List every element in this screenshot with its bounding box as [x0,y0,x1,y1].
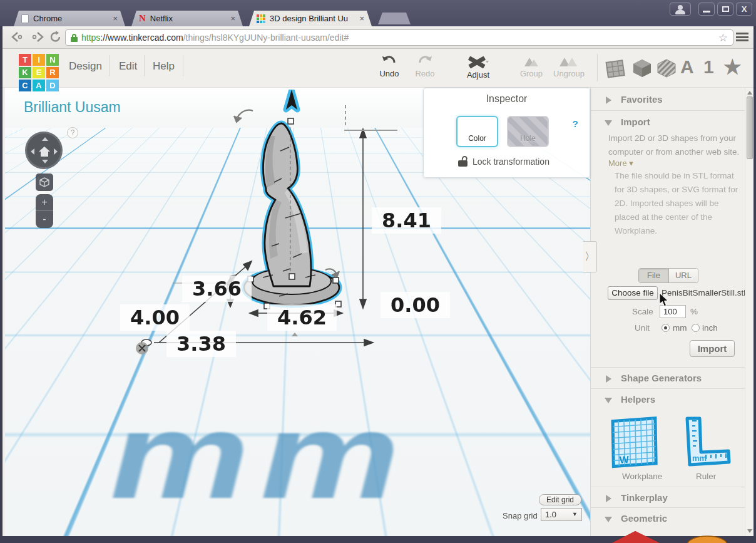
snap-grid-select[interactable]: 1.0▼ [541,508,582,521]
tab-close-icon[interactable]: × [358,14,365,23]
tab-label: Netflix [150,14,230,23]
dim-base-height: 3.66 [182,276,252,302]
cube-icon [39,177,49,187]
address-bar[interactable]: https://www.tinkercad.com/things/hsl8KYg… [65,29,733,46]
undo-button[interactable]: Undo [371,55,407,78]
tab-netflix[interactable]: N Netflix × [131,11,243,26]
cylinder-shape[interactable] [682,531,732,543]
rotate-up-icon[interactable] [42,137,48,141]
app-header: T I N K E R C A D Design Edit Help Undo … [3,49,753,88]
scroll-down-icon[interactable] [747,529,752,533]
minimize-icon [703,11,710,13]
close-button[interactable]: X [736,3,752,16]
favorites-star-icon[interactable]: ★ [723,55,742,79]
color-button[interactable]: Color [456,116,498,147]
help-bubble[interactable]: ? [67,127,78,138]
menu-separator [109,55,110,76]
chevron-right-icon [606,375,611,383]
chevron-down-icon: ▼ [572,511,578,517]
number-shape-icon[interactable]: 1 [703,56,714,78]
browser-menu-icon[interactable] [736,33,748,41]
rotate-left-icon[interactable] [31,148,34,155]
section-helpers[interactable]: Helpers [591,393,753,408]
unit-mm-label: mm [673,323,687,333]
menu-separator [183,55,183,76]
scale-label: Scale [632,307,653,316]
section-geometric[interactable]: Geometric [591,512,753,527]
window-titlebar: Chrome × N Netflix × 3D design Brilliant… [0,0,756,26]
url-text: https://www.tinkercad.com/things/hsl8KYg… [81,33,718,43]
scrollbar-thumb[interactable] [747,96,753,159]
workplane-helper-shape[interactable]: W [610,415,662,471]
logo-tile: D [46,80,59,91]
section-shape-generators[interactable]: Shape Generators [591,371,753,386]
view-navigation-pad[interactable] [25,132,63,169]
solid-box-icon[interactable] [631,58,653,78]
more-link[interactable]: More ▾ [608,158,633,168]
menu-edit[interactable]: Edit [119,60,137,73]
bookmark-star-icon[interactable]: ☆ [718,31,728,44]
menu-separator [144,55,145,76]
ungroup-button: Ungroup [551,55,587,78]
tab-label: Chrome [33,14,111,23]
sidebar-scrollbar[interactable] [745,88,753,536]
user-icon [678,5,683,10]
small-arrow-icon [292,333,298,336]
ungroup-icon [558,55,580,68]
tinkercad-logo[interactable]: T I N K E R C A D [19,54,59,91]
chevron-down-icon [605,120,612,126]
unit-mm-radio[interactable] [662,324,670,332]
mouse-cursor [659,293,669,307]
https-lock-icon[interactable] [71,34,78,42]
scroll-up-icon[interactable] [747,91,752,95]
zoom-in-button[interactable]: + [36,194,53,211]
reload-button[interactable] [49,30,63,44]
minimize-button[interactable] [698,3,715,16]
chevron-right-icon [606,96,611,104]
url-tab[interactable]: URL [668,269,698,282]
inspector-help-link[interactable]: ? [573,118,578,129]
tab-chrome[interactable]: Chrome × [14,11,125,26]
section-import[interactable]: Import [591,115,753,130]
import-source-toggle: File URL [638,268,698,283]
tab-close-icon[interactable]: × [111,14,119,23]
back-button[interactable] [10,30,26,44]
forward-button[interactable] [29,30,45,44]
open-lock-icon [458,156,467,167]
menu-help[interactable]: Help [153,60,175,73]
lock-transformation[interactable]: Lock transformation [458,156,549,167]
workplane-grid-icon[interactable] [605,58,626,79]
view-cube-button[interactable] [36,173,53,191]
scale-input[interactable] [660,305,686,318]
snap-grid-label: Snap grid [503,511,538,520]
rotate-right-icon[interactable] [54,148,58,155]
sidebar-collapse-handle[interactable]: 〉 [583,241,597,272]
ruler-helper-shape[interactable]: mm [678,416,731,470]
choose-file-button[interactable]: Choose file [608,286,658,300]
import-button[interactable]: Import [690,340,735,357]
tab-tinkercad[interactable]: 3D design Brilliant Uu × [249,11,372,26]
file-tab[interactable]: File [639,269,668,282]
section-favorites[interactable]: Favorites [591,93,753,108]
adjust-button[interactable]: Adjust [460,55,496,80]
rotate-down-icon[interactable] [42,160,48,163]
svg-text:mm: mm [692,453,707,463]
hole-button[interactable]: Hole [507,116,549,147]
unit-inch-radio[interactable] [692,324,700,332]
tab-close-icon[interactable]: × [229,14,237,23]
workplane-label: Workplane [622,472,662,481]
zoom-out-button[interactable]: - [36,211,53,228]
maximize-button[interactable] [717,3,733,16]
logo-tile: C [19,80,31,91]
edit-grid-button[interactable]: Edit grid [539,494,581,505]
profile-button[interactable] [670,3,691,16]
design-title: Brilliant Uusam [24,99,121,116]
box-shape[interactable] [607,530,663,543]
shapes-sidebar: Favorites Import Import 2D or 3D shapes … [590,88,753,536]
letter-shape-icon[interactable]: A [680,56,694,78]
menu-design[interactable]: Design [69,60,102,73]
new-tab-button[interactable] [378,13,411,24]
redo-button: Redo [407,55,443,78]
section-tinkerplay[interactable]: Tinkerplay [591,491,753,506]
hole-box-icon[interactable] [656,58,677,78]
